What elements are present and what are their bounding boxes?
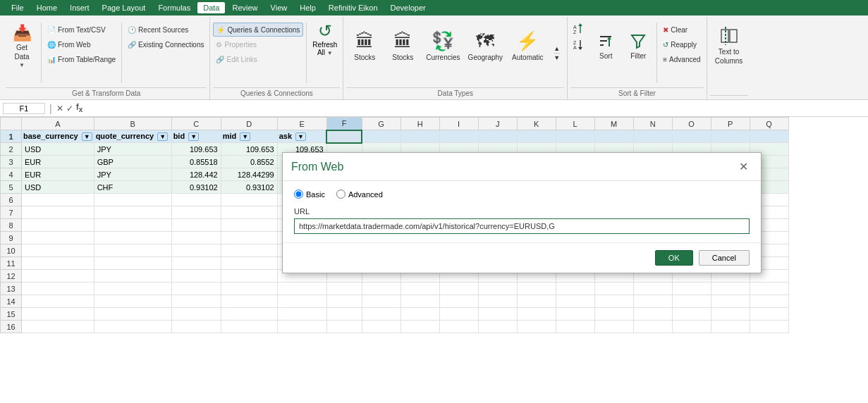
radio-basic-input[interactable] <box>294 190 303 199</box>
sort-za-button[interactable]: Z A <box>570 38 589 52</box>
advanced-button[interactable]: ≡ Advanced <box>660 52 703 66</box>
cell-e1[interactable]: ask ▼ <box>277 130 326 143</box>
menu-page-layout[interactable]: Page Layout <box>97 2 152 13</box>
clear-button[interactable]: ✖ Clear <box>660 23 703 37</box>
menu-formulas[interactable]: Formulas <box>152 2 196 13</box>
cell-d3[interactable]: 0.8552 <box>221 156 277 168</box>
cell-m1[interactable] <box>594 130 633 143</box>
name-box[interactable] <box>3 103 45 114</box>
text-to-columns-button[interactable]: Text to Columns <box>710 20 748 72</box>
cell-a3[interactable]: EUR <box>22 156 94 168</box>
url-input[interactable] <box>294 218 750 234</box>
cell-b5[interactable]: CHF <box>94 181 171 194</box>
cell-q1[interactable] <box>750 130 788 143</box>
cancel-formula-icon[interactable]: ✕ <box>56 104 63 113</box>
menu-view[interactable]: View <box>265 2 293 13</box>
col-header-h[interactable]: H <box>401 118 439 130</box>
data-types-expand-button[interactable]: ▲ ▼ <box>551 44 563 63</box>
cell-b3[interactable]: GBP <box>94 156 171 168</box>
cell-g1[interactable] <box>362 130 401 143</box>
col-header-n[interactable]: N <box>633 118 672 130</box>
menu-home[interactable]: Home <box>31 2 63 13</box>
existing-connections-icon: 🔗 <box>128 41 136 49</box>
from-web-button[interactable]: 🌐 From Web <box>44 37 118 51</box>
menu-developer[interactable]: Developer <box>385 2 432 13</box>
currencies-button[interactable]: 💱 Currencies <box>422 20 463 72</box>
cell-h1[interactable] <box>401 130 439 143</box>
menu-file[interactable]: File <box>6 2 30 13</box>
filter-button[interactable]: Filter <box>623 20 654 72</box>
geography-button[interactable]: 🗺 Geography <box>465 20 506 72</box>
cell-a5[interactable]: USD <box>22 181 94 194</box>
reapply-button[interactable]: ↺ Reapply <box>660 37 703 51</box>
stocks2-button[interactable]: 🏛 Stocks <box>384 20 421 72</box>
cell-i1[interactable] <box>439 130 478 143</box>
col-header-i[interactable]: I <box>439 118 478 130</box>
col-header-e[interactable]: E <box>277 118 326 130</box>
col-header-o[interactable]: O <box>672 118 711 130</box>
col-header-d[interactable]: D <box>221 118 277 130</box>
col-header-j[interactable]: J <box>478 118 517 130</box>
cancel-button[interactable]: Cancel <box>699 250 750 266</box>
dialog-close-button[interactable]: ✕ <box>735 159 752 175</box>
radio-basic-label[interactable]: Basic <box>294 190 325 199</box>
cell-p1[interactable] <box>711 130 750 143</box>
menu-data[interactable]: Data <box>197 2 225 13</box>
cell-d2[interactable]: 109.653 <box>221 143 277 156</box>
insert-function-icon[interactable]: fx <box>76 102 83 113</box>
menu-help[interactable]: Help <box>294 2 322 13</box>
cell-k1[interactable] <box>517 130 556 143</box>
col-header-c[interactable]: C <box>171 118 221 130</box>
cell-b1[interactable]: quote_currency ▼ <box>94 130 171 143</box>
cell-a1[interactable]: base_currency ▼ <box>22 130 94 143</box>
col-header-a[interactable]: A <box>22 118 94 130</box>
queries-connections-button[interactable]: ⚡ Queries & Connections <box>213 23 303 37</box>
get-data-button[interactable]: 📥 Get Data ▼ <box>6 20 38 72</box>
cell-c3[interactable]: 0.85518 <box>171 156 221 168</box>
cell-c4[interactable]: 128.442 <box>171 168 221 181</box>
cell-c2[interactable]: 109.653 <box>171 143 221 156</box>
col-header-g[interactable]: G <box>362 118 401 130</box>
edit-links-button[interactable]: 🔗 Edit Links <box>213 52 303 66</box>
col-header-l[interactable]: L <box>556 118 594 130</box>
ok-button[interactable]: OK <box>655 250 693 266</box>
cell-b4[interactable]: JPY <box>94 168 171 181</box>
col-header-p[interactable]: P <box>711 118 750 130</box>
cell-c1[interactable]: bid ▼ <box>171 130 221 143</box>
cell-o1[interactable] <box>672 130 711 143</box>
cell-a4[interactable]: EUR <box>22 168 94 181</box>
cell-d1[interactable]: mid ▼ <box>221 130 277 143</box>
cell-j1[interactable] <box>478 130 517 143</box>
radio-advanced-label[interactable]: Advanced <box>336 190 383 199</box>
cell-f1[interactable] <box>326 130 362 143</box>
sort-button[interactable]: Sort <box>590 20 621 72</box>
menu-insert[interactable]: Insert <box>64 2 95 13</box>
menu-review[interactable]: Review <box>226 2 263 13</box>
cell-c5[interactable]: 0.93102 <box>171 181 221 194</box>
cell-n1[interactable] <box>633 130 672 143</box>
automatic-button[interactable]: ⚡ Automatic <box>507 20 548 72</box>
properties-button[interactable]: ⚙ Properties <box>213 37 303 51</box>
stocks1-button[interactable]: 🏛 Stocks <box>346 20 383 72</box>
confirm-formula-icon[interactable]: ✓ <box>66 104 73 113</box>
col-header-q[interactable]: Q <box>750 118 788 130</box>
from-text-csv-button[interactable]: 📄 From Text/CSV <box>44 23 118 37</box>
cell-d5[interactable]: 0.93102 <box>221 181 277 194</box>
get-data-label: Get <box>16 44 27 51</box>
menu-refinitiv[interactable]: Refinitiv Eikon <box>323 2 384 13</box>
cell-b2[interactable]: JPY <box>94 143 171 156</box>
cell-d4[interactable]: 128.44299 <box>221 168 277 181</box>
radio-advanced-input[interactable] <box>336 190 346 199</box>
col-header-f[interactable]: F <box>326 118 362 130</box>
refresh-all-button[interactable]: ↺ Refresh All ▼ <box>310 20 340 58</box>
from-table-range-button[interactable]: 📊 From Table/Range <box>44 52 118 66</box>
sort-az-button[interactable]: A Z <box>570 23 589 37</box>
cell-a2[interactable]: USD <box>22 143 94 156</box>
cell-l1[interactable] <box>556 130 594 143</box>
col-header-k[interactable]: K <box>517 118 556 130</box>
existing-connections-button[interactable]: 🔗 Existing Connections <box>125 37 207 51</box>
col-header-b[interactable]: B <box>94 118 171 130</box>
formula-input[interactable] <box>85 104 865 113</box>
recent-sources-button[interactable]: 🕐 Recent Sources <box>125 23 207 37</box>
col-header-m[interactable]: M <box>594 118 633 130</box>
